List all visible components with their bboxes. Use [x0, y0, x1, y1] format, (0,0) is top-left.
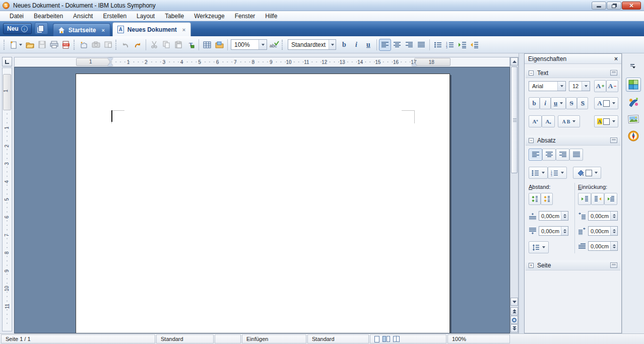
document-page[interactable] [76, 74, 450, 333]
gallery-panel-button[interactable] [626, 112, 641, 126]
document-canvas[interactable] [14, 67, 510, 333]
first-line-indent-field[interactable]: 0,00cm [588, 241, 618, 251]
vertical-scrollbar[interactable] [510, 57, 519, 333]
panel-resize-band[interactable] [519, 53, 524, 333]
align-left-button[interactable] [379, 39, 391, 51]
highlight-color-button[interactable]: A [594, 115, 618, 127]
shadow-button[interactable]: S [577, 97, 588, 109]
toolbar-handle[interactable] [74, 40, 76, 50]
section-header-seite[interactable]: + Seite [526, 260, 620, 270]
spinner-buttons[interactable] [610, 212, 617, 220]
close-button[interactable]: ✕ [622, 2, 641, 10]
vertical-ruler[interactable]: 1 1234567891011 [2, 67, 12, 331]
tab-startseite[interactable]: Startseite × [53, 23, 110, 36]
underline-button[interactable]: u [551, 97, 566, 109]
font-name-combobox[interactable]: Arial [529, 81, 566, 91]
spellcheck-button[interactable]: abc [268, 39, 280, 51]
increase-spacing-button[interactable] [529, 193, 541, 205]
left-indent-marker[interactable] [108, 62, 113, 66]
menu-datei[interactable]: Datei [5, 12, 28, 21]
open-documents-button[interactable] [35, 22, 48, 34]
properties-panel-button[interactable] [626, 78, 641, 92]
navigator-panel-button[interactable] [626, 129, 641, 143]
spinner-buttons[interactable] [561, 212, 568, 220]
align-center-button[interactable] [542, 149, 556, 161]
indent-after-field[interactable]: 0,00cm [588, 226, 618, 236]
numbered-list-button[interactable]: 123 [548, 167, 567, 179]
insert-table-button[interactable] [201, 39, 213, 51]
new-button[interactable]: Neu ↓ [3, 23, 32, 34]
screenshot-button[interactable] [90, 39, 102, 51]
decrease-spacing-button[interactable] [541, 193, 553, 205]
font-dropdown-button[interactable] [557, 82, 565, 91]
menu-erstellen[interactable]: Erstellen [98, 12, 131, 21]
toolbar-handle[interactable] [115, 40, 118, 50]
font-color-button[interactable]: A [594, 97, 618, 109]
two-page-view-button[interactable] [382, 336, 390, 342]
justify-button[interactable] [569, 149, 583, 161]
previous-page-button[interactable] [510, 307, 518, 315]
expand-icon[interactable]: + [529, 263, 534, 268]
menu-werkzeuge[interactable]: Werkzeuge [189, 12, 229, 21]
dialog-launcher-icon[interactable] [610, 70, 617, 76]
indent-before-field[interactable]: 0,00cm [588, 211, 618, 221]
tab-stop-selector-button[interactable] [2, 57, 12, 66]
panel-menu-button[interactable] [626, 59, 641, 74]
restore-button[interactable] [607, 2, 621, 10]
plugin-button[interactable] [78, 39, 90, 51]
single-page-view-button[interactable] [374, 336, 379, 342]
tab-close-icon[interactable]: × [182, 27, 185, 33]
collapse-icon[interactable]: − [529, 71, 534, 76]
scroll-up-button[interactable] [510, 57, 518, 65]
status-template[interactable]: Standard [307, 334, 369, 343]
tab-close-icon[interactable]: × [101, 27, 104, 33]
bullet-list-button[interactable] [432, 39, 444, 51]
spacing-below-field[interactable]: 0,00cm [539, 226, 568, 236]
scroll-down-button[interactable] [510, 298, 518, 306]
shrink-font-button[interactable]: A− [606, 80, 618, 92]
status-page[interactable]: Seite 1 / 1 [1, 334, 155, 343]
section-header-text[interactable]: − Text [526, 68, 620, 78]
justify-button[interactable] [415, 39, 427, 51]
paragraph-fill-button[interactable] [573, 167, 601, 179]
italic-button[interactable]: i [540, 97, 551, 109]
numbered-list-button[interactable]: 123 [444, 39, 456, 51]
redo-button[interactable] [132, 39, 144, 51]
tab-neues-dokument[interactable]: A Neues Dokument × [112, 22, 191, 36]
status-page-style[interactable]: Standard [156, 334, 214, 343]
underline-button[interactable]: u [362, 39, 374, 51]
paragraph-style-combobox[interactable]: Standardtext [288, 39, 336, 50]
window-split-button[interactable] [102, 39, 114, 51]
grow-font-button[interactable]: A+ [594, 80, 606, 92]
dialog-launcher-icon[interactable] [610, 262, 617, 268]
bullet-list-button[interactable] [529, 167, 548, 179]
style-dropdown-button[interactable] [329, 40, 336, 49]
save-button[interactable] [36, 39, 48, 51]
collapse-icon[interactable]: − [529, 138, 534, 143]
increase-indent-button[interactable] [578, 193, 591, 205]
new-dropdown-icon[interactable]: ↓ [21, 26, 28, 32]
horizontal-ruler[interactable]: 1 123456789101112131415161718 [14, 57, 510, 67]
spinner-buttons[interactable] [610, 227, 617, 235]
decrease-indent-button[interactable] [591, 193, 604, 205]
status-zoom[interactable]: 100% [447, 334, 510, 343]
paste-button[interactable] [172, 39, 184, 51]
menu-tabelle[interactable]: Tabelle [160, 12, 188, 21]
print-button[interactable] [48, 39, 60, 51]
align-left-button[interactable] [529, 149, 542, 161]
new-document-button[interactable] [8, 39, 24, 51]
size-dropdown-button[interactable] [582, 82, 590, 91]
status-insert-mode[interactable]: Einfügen [242, 334, 306, 343]
align-right-button[interactable] [403, 39, 415, 51]
bold-button[interactable]: b [338, 39, 350, 51]
toolbar-handle[interactable] [4, 40, 6, 50]
subscript-button[interactable]: Aₐ [542, 115, 555, 127]
align-center-button[interactable] [391, 39, 403, 51]
zoom-dropdown-button[interactable] [259, 40, 267, 49]
next-page-button[interactable] [510, 324, 518, 332]
clip-art-panel-button[interactable] [626, 96, 641, 110]
bold-button[interactable]: b [529, 97, 540, 109]
book-view-button[interactable] [393, 336, 400, 342]
spinner-buttons[interactable] [610, 242, 617, 250]
menu-fenster[interactable]: Fenster [230, 12, 260, 21]
